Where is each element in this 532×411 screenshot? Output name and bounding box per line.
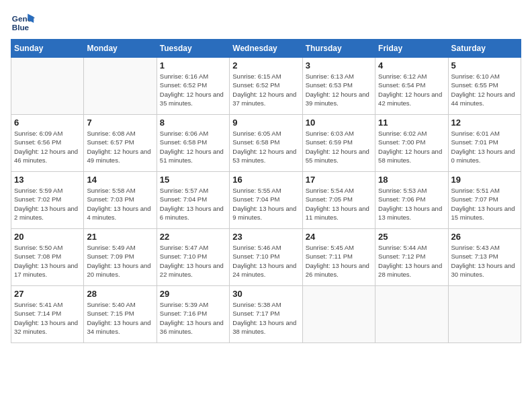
header: General Blue xyxy=(11,11,521,35)
calendar-cell: 23Sunrise: 5:46 AM Sunset: 7:10 PM Dayli… xyxy=(230,229,302,286)
calendar-cell: 15Sunrise: 5:57 AM Sunset: 7:04 PM Dayli… xyxy=(157,172,229,229)
day-info: Sunrise: 5:49 AM Sunset: 7:09 PM Dayligh… xyxy=(87,243,153,279)
day-info: Sunrise: 5:50 AM Sunset: 7:08 PM Dayligh… xyxy=(14,243,81,279)
day-info: Sunrise: 5:44 AM Sunset: 7:12 PM Dayligh… xyxy=(378,243,445,279)
calendar-cell: 27Sunrise: 5:41 AM Sunset: 7:14 PM Dayli… xyxy=(11,286,84,343)
day-info: Sunrise: 6:08 AM Sunset: 6:57 PM Dayligh… xyxy=(87,129,153,165)
calendar-cell: 26Sunrise: 5:43 AM Sunset: 7:13 PM Dayli… xyxy=(448,229,521,286)
day-number: 21 xyxy=(87,232,153,242)
svg-text:Blue: Blue xyxy=(12,23,30,32)
calendar-cell: 14Sunrise: 5:58 AM Sunset: 7:03 PM Dayli… xyxy=(84,172,157,229)
day-number: 24 xyxy=(306,232,372,242)
day-number: 20 xyxy=(14,232,81,242)
day-number: 6 xyxy=(14,118,81,128)
day-info: Sunrise: 5:38 AM Sunset: 7:17 PM Dayligh… xyxy=(232,300,299,336)
day-info: Sunrise: 6:03 AM Sunset: 6:59 PM Dayligh… xyxy=(306,129,372,165)
calendar-cell: 25Sunrise: 5:44 AM Sunset: 7:12 PM Dayli… xyxy=(375,229,448,286)
calendar-header-row: SundayMondayTuesdayWednesdayThursdayFrid… xyxy=(11,40,521,58)
day-info: Sunrise: 5:45 AM Sunset: 7:11 PM Dayligh… xyxy=(306,243,372,279)
calendar-cell: 1Sunrise: 6:16 AM Sunset: 6:52 PM Daylig… xyxy=(157,58,229,115)
day-number: 3 xyxy=(306,60,372,71)
day-info: Sunrise: 5:54 AM Sunset: 7:05 PM Dayligh… xyxy=(306,186,372,222)
calendar-cell: 28Sunrise: 5:40 AM Sunset: 7:15 PM Dayli… xyxy=(84,286,157,343)
day-number: 9 xyxy=(232,118,299,128)
day-number: 28 xyxy=(87,289,153,299)
day-number: 2 xyxy=(232,60,299,71)
week-row-2: 6Sunrise: 6:09 AM Sunset: 6:56 PM Daylig… xyxy=(11,115,521,172)
calendar-cell xyxy=(84,58,157,115)
header-thursday: Thursday xyxy=(302,40,375,58)
day-number: 10 xyxy=(306,118,372,128)
day-number: 14 xyxy=(87,175,153,185)
week-row-1: 1Sunrise: 6:16 AM Sunset: 6:52 PM Daylig… xyxy=(11,58,521,115)
day-number: 22 xyxy=(160,232,226,242)
day-number: 18 xyxy=(378,175,445,185)
calendar-cell: 7Sunrise: 6:08 AM Sunset: 6:57 PM Daylig… xyxy=(84,115,157,172)
day-number: 12 xyxy=(451,118,518,128)
calendar-cell: 24Sunrise: 5:45 AM Sunset: 7:11 PM Dayli… xyxy=(302,229,375,286)
day-info: Sunrise: 6:10 AM Sunset: 6:55 PM Dayligh… xyxy=(451,72,518,107)
calendar-cell: 13Sunrise: 5:59 AM Sunset: 7:02 PM Dayli… xyxy=(11,172,84,229)
day-info: Sunrise: 6:13 AM Sunset: 6:53 PM Dayligh… xyxy=(306,72,372,107)
calendar-cell: 8Sunrise: 6:06 AM Sunset: 6:58 PM Daylig… xyxy=(157,115,229,172)
day-info: Sunrise: 5:39 AM Sunset: 7:16 PM Dayligh… xyxy=(160,300,226,336)
calendar-cell: 11Sunrise: 6:02 AM Sunset: 7:00 PM Dayli… xyxy=(375,115,448,172)
week-row-3: 13Sunrise: 5:59 AM Sunset: 7:02 PM Dayli… xyxy=(11,172,521,229)
day-info: Sunrise: 5:51 AM Sunset: 7:07 PM Dayligh… xyxy=(451,186,518,222)
day-info: Sunrise: 5:43 AM Sunset: 7:13 PM Dayligh… xyxy=(451,243,518,279)
day-number: 15 xyxy=(160,175,226,185)
calendar-cell: 12Sunrise: 6:01 AM Sunset: 7:01 PM Dayli… xyxy=(448,115,521,172)
calendar-cell: 18Sunrise: 5:53 AM Sunset: 7:06 PM Dayli… xyxy=(375,172,448,229)
calendar-cell: 9Sunrise: 6:05 AM Sunset: 6:58 PM Daylig… xyxy=(230,115,302,172)
header-monday: Monday xyxy=(84,40,157,58)
day-info: Sunrise: 5:53 AM Sunset: 7:06 PM Dayligh… xyxy=(378,186,445,222)
day-number: 13 xyxy=(14,175,81,185)
header-wednesday: Wednesday xyxy=(230,40,302,58)
week-row-5: 27Sunrise: 5:41 AM Sunset: 7:14 PM Dayli… xyxy=(11,286,521,343)
calendar-cell: 20Sunrise: 5:50 AM Sunset: 7:08 PM Dayli… xyxy=(11,229,84,286)
calendar-cell xyxy=(302,286,375,343)
day-info: Sunrise: 5:41 AM Sunset: 7:14 PM Dayligh… xyxy=(14,300,81,336)
day-number: 7 xyxy=(87,118,153,128)
day-info: Sunrise: 5:47 AM Sunset: 7:10 PM Dayligh… xyxy=(160,243,226,279)
day-info: Sunrise: 6:12 AM Sunset: 6:54 PM Dayligh… xyxy=(378,72,445,107)
calendar-cell: 17Sunrise: 5:54 AM Sunset: 7:05 PM Dayli… xyxy=(302,172,375,229)
day-info: Sunrise: 5:59 AM Sunset: 7:02 PM Dayligh… xyxy=(14,186,81,222)
day-number: 26 xyxy=(451,232,518,242)
header-sunday: Sunday xyxy=(11,40,84,58)
header-saturday: Saturday xyxy=(448,40,521,58)
header-friday: Friday xyxy=(375,40,448,58)
calendar-cell: 21Sunrise: 5:49 AM Sunset: 7:09 PM Dayli… xyxy=(84,229,157,286)
calendar-cell xyxy=(375,286,448,343)
calendar-cell xyxy=(11,58,84,115)
day-info: Sunrise: 6:02 AM Sunset: 7:00 PM Dayligh… xyxy=(378,129,445,165)
logo-icon: General Blue xyxy=(11,11,35,35)
day-info: Sunrise: 5:58 AM Sunset: 7:03 PM Dayligh… xyxy=(87,186,153,222)
week-row-4: 20Sunrise: 5:50 AM Sunset: 7:08 PM Dayli… xyxy=(11,229,521,286)
day-number: 27 xyxy=(14,289,81,299)
day-number: 17 xyxy=(306,175,372,185)
calendar-cell: 10Sunrise: 6:03 AM Sunset: 6:59 PM Dayli… xyxy=(302,115,375,172)
day-info: Sunrise: 5:46 AM Sunset: 7:10 PM Dayligh… xyxy=(232,243,299,279)
day-number: 30 xyxy=(232,289,299,299)
day-number: 4 xyxy=(378,60,445,71)
calendar-cell: 16Sunrise: 5:55 AM Sunset: 7:04 PM Dayli… xyxy=(230,172,302,229)
day-number: 23 xyxy=(232,232,299,242)
calendar-cell xyxy=(448,286,521,343)
day-info: Sunrise: 6:06 AM Sunset: 6:58 PM Dayligh… xyxy=(160,129,226,165)
day-info: Sunrise: 6:01 AM Sunset: 7:01 PM Dayligh… xyxy=(451,129,518,165)
day-info: Sunrise: 5:55 AM Sunset: 7:04 PM Dayligh… xyxy=(232,186,299,222)
calendar-cell: 30Sunrise: 5:38 AM Sunset: 7:17 PM Dayli… xyxy=(230,286,302,343)
calendar-cell: 22Sunrise: 5:47 AM Sunset: 7:10 PM Dayli… xyxy=(157,229,229,286)
day-number: 5 xyxy=(451,60,518,71)
calendar-cell: 2Sunrise: 6:15 AM Sunset: 6:52 PM Daylig… xyxy=(230,58,302,115)
calendar-cell: 29Sunrise: 5:39 AM Sunset: 7:16 PM Dayli… xyxy=(157,286,229,343)
calendar-cell: 3Sunrise: 6:13 AM Sunset: 6:53 PM Daylig… xyxy=(302,58,375,115)
calendar-cell: 6Sunrise: 6:09 AM Sunset: 6:56 PM Daylig… xyxy=(11,115,84,172)
day-info: Sunrise: 6:16 AM Sunset: 6:52 PM Dayligh… xyxy=(160,72,226,107)
calendar-cell: 4Sunrise: 6:12 AM Sunset: 6:54 PM Daylig… xyxy=(375,58,448,115)
day-number: 11 xyxy=(378,118,445,128)
day-info: Sunrise: 6:15 AM Sunset: 6:52 PM Dayligh… xyxy=(232,72,299,107)
day-info: Sunrise: 5:40 AM Sunset: 7:15 PM Dayligh… xyxy=(87,300,153,336)
day-number: 29 xyxy=(160,289,226,299)
